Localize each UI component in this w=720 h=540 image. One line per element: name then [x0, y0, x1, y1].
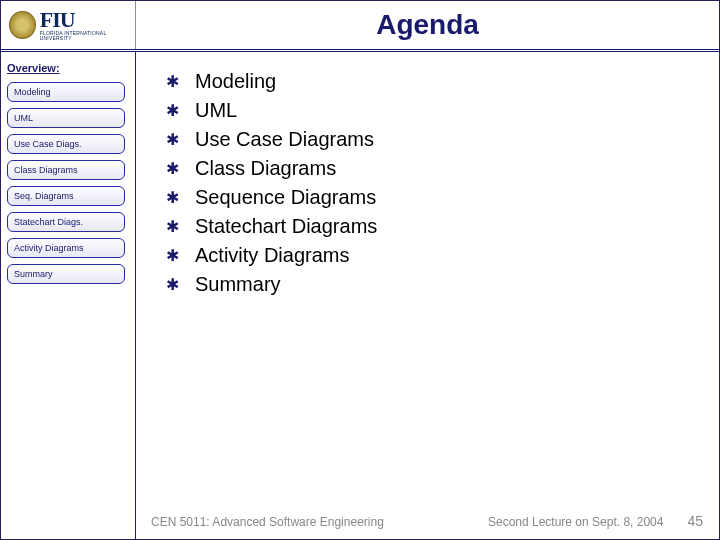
list-item: ✱Modeling	[166, 70, 709, 93]
list-item: ✱UML	[166, 99, 709, 122]
bullet-icon: ✱	[166, 190, 179, 206]
logo-text: FIU FLORIDA INTERNATIONAL UNIVERSITY	[40, 9, 135, 41]
page-title: Agenda	[136, 3, 719, 47]
footer-course: CEN 5011: Advanced Software Engineering	[151, 515, 384, 529]
bullet-icon: ✱	[166, 103, 179, 119]
list-item: ✱Summary	[166, 273, 709, 296]
sidebar-heading: Overview:	[7, 62, 129, 74]
bullet-icon: ✱	[166, 161, 179, 177]
bullet-icon: ✱	[166, 277, 179, 293]
bullet-icon: ✱	[166, 248, 179, 264]
footer: CEN 5011: Advanced Software Engineering …	[1, 513, 719, 529]
bullet-icon: ✱	[166, 219, 179, 235]
bullet-icon: ✱	[166, 132, 179, 148]
sidebar-item-summary[interactable]: Summary	[7, 264, 125, 284]
bullet-icon: ✱	[166, 74, 179, 90]
logo: FIU FLORIDA INTERNATIONAL UNIVERSITY	[1, 1, 136, 49]
sidebar-item-seq[interactable]: Seq. Diagrams	[7, 186, 125, 206]
sidebar: Overview: Modeling UML Use Case Diags. C…	[1, 52, 136, 539]
title-wrap: Agenda	[136, 3, 719, 47]
sidebar-item-statechart[interactable]: Statechart Diags.	[7, 212, 125, 232]
slide: FIU FLORIDA INTERNATIONAL UNIVERSITY Age…	[0, 0, 720, 540]
logo-small: FLORIDA INTERNATIONAL UNIVERSITY	[40, 31, 135, 41]
footer-lecture: Second Lecture on Sept. 8, 2004	[488, 515, 663, 529]
footer-page: 45	[687, 513, 703, 529]
list-item: ✱Class Diagrams	[166, 157, 709, 180]
logo-big: FIU	[40, 9, 135, 31]
agenda-text: Sequence Diagrams	[195, 186, 376, 209]
list-item: ✱Statechart Diagrams	[166, 215, 709, 238]
list-item: ✱Use Case Diagrams	[166, 128, 709, 151]
crest-icon	[9, 11, 36, 39]
agenda-text: UML	[195, 99, 237, 122]
sidebar-item-uml[interactable]: UML	[7, 108, 125, 128]
agenda-text: Use Case Diagrams	[195, 128, 374, 151]
list-item: ✱Sequence Diagrams	[166, 186, 709, 209]
sidebar-item-activity[interactable]: Activity Diagrams	[7, 238, 125, 258]
agenda-text: Class Diagrams	[195, 157, 336, 180]
agenda-list: ✱Modeling ✱UML ✱Use Case Diagrams ✱Class…	[166, 70, 709, 296]
sidebar-item-modeling[interactable]: Modeling	[7, 82, 125, 102]
sidebar-item-use-case[interactable]: Use Case Diags.	[7, 134, 125, 154]
sidebar-item-class[interactable]: Class Diagrams	[7, 160, 125, 180]
header: FIU FLORIDA INTERNATIONAL UNIVERSITY Age…	[1, 1, 719, 52]
list-item: ✱Activity Diagrams	[166, 244, 709, 267]
agenda-text: Modeling	[195, 70, 276, 93]
agenda-text: Activity Diagrams	[195, 244, 349, 267]
agenda-text: Statechart Diagrams	[195, 215, 377, 238]
body: Overview: Modeling UML Use Case Diags. C…	[1, 52, 719, 539]
content: ✱Modeling ✱UML ✱Use Case Diagrams ✱Class…	[136, 52, 719, 539]
agenda-text: Summary	[195, 273, 281, 296]
